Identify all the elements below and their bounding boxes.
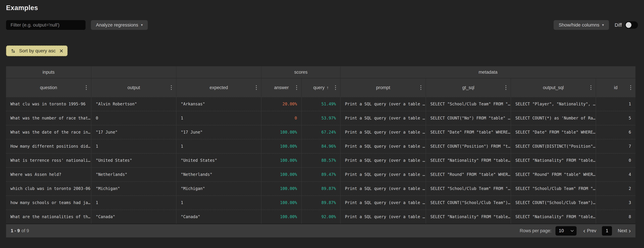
chevron-left-icon: ‹ — [583, 228, 585, 234]
cell-prompt: Print a SQL query (over a table … — [340, 111, 426, 125]
column-menu-icon[interactable] — [506, 85, 506, 90]
cell-gt-sql: SELECT "Nationality" FROM "table… — [426, 210, 511, 224]
cell-query-score: 89.87% — [301, 196, 340, 209]
cell-output-sql: SELECT "School/Club Team" FROM "… — [511, 182, 596, 195]
page-title: Examples — [6, 4, 644, 12]
cell-id: 2 — [596, 182, 636, 195]
cell-answer-score: 100.00% — [261, 154, 301, 167]
cell-answer-score: 0 — [261, 111, 301, 125]
column-header-question[interactable]: question — [6, 78, 91, 97]
column-header-output_sql[interactable]: output_sql — [511, 78, 596, 97]
diff-toggle[interactable] — [625, 21, 638, 29]
cell-question: What clu was in toronto 1995-96 — [6, 97, 91, 111]
show-hide-columns-button[interactable]: Show/hide columns ▾ — [554, 20, 609, 30]
cell-id: 7 — [596, 139, 636, 153]
cell-gt-sql: SELECT COUNT("School/Club Team")… — [426, 196, 511, 209]
table-row[interactable]: What was the date of the race in… "17 Ju… — [6, 125, 636, 139]
column-header-row: question output expected answer query ↑ — [6, 78, 636, 97]
cell-gt-sql: SELECT COUNT("Position") FROM "t… — [426, 139, 511, 153]
group-empty — [176, 66, 261, 78]
table-row[interactable]: What are the nationalities of th… "Canad… — [6, 209, 636, 224]
cell-output: "United States" — [91, 154, 176, 167]
filter-input[interactable] — [6, 20, 86, 30]
cell-id: 0 — [596, 154, 636, 167]
cell-expected: 1 — [176, 196, 261, 209]
cell-answer-score: 100.00% — [261, 196, 301, 209]
analyze-regressions-button[interactable]: Analyze regressions ▾ — [91, 20, 148, 30]
cell-gt-sql: SELECT "School/Club Team" FROM "… — [426, 97, 511, 111]
column-menu-icon[interactable] — [335, 85, 336, 90]
column-header-gt_sql[interactable]: gt_sql — [426, 78, 511, 97]
cell-prompt: Print a SQL query (over a table … — [340, 139, 426, 153]
toolbar-right: Show/hide columns ▾ Diff — [554, 20, 638, 30]
cell-output-sql: SELECT "Nationality" FROM "table… — [511, 154, 596, 167]
table-row[interactable]: What clu was in toronto 1995-96 "Alvin R… — [6, 97, 636, 111]
cell-prompt: Print a SQL query (over a table … — [340, 196, 426, 209]
column-menu-icon[interactable] — [86, 85, 87, 90]
table-row[interactable]: which club was in toronto 2003-06 "Michi… — [6, 181, 636, 195]
column-header-expected[interactable]: expected — [176, 78, 261, 97]
examples-page: Examples Analyze regressions ▾ Show/hide… — [0, 0, 644, 248]
group-metadata: metadata — [340, 66, 636, 78]
toggle-knob — [626, 22, 632, 28]
column-menu-icon[interactable] — [256, 85, 257, 90]
table-row[interactable]: What is terrence ross' nationali… "Unite… — [6, 153, 636, 167]
table-row[interactable]: What was the number of race that… 0 1 0 … — [6, 111, 636, 125]
prev-page-button[interactable]: ‹ Prev — [583, 228, 596, 234]
cell-output: "Michigan" — [91, 182, 176, 195]
column-header-prompt[interactable]: prompt — [340, 78, 426, 97]
next-page-button[interactable]: Next › — [618, 228, 631, 234]
cell-query-score: 53.97% — [301, 111, 340, 125]
cell-expected: "Netherlands" — [176, 168, 261, 181]
dropdown-caret-icon: ▾ — [141, 23, 143, 27]
column-menu-icon[interactable] — [296, 85, 297, 90]
column-header-id[interactable]: id — [596, 78, 636, 97]
column-header-output[interactable]: output — [91, 78, 176, 97]
cell-query-score: 92.00% — [301, 210, 340, 224]
cell-query-score: 88.57% — [301, 154, 340, 167]
cell-gt-sql: SELECT "Round" FROM "table" WHER… — [426, 168, 511, 181]
cell-answer-score: 20.00% — [261, 97, 301, 111]
column-menu-icon[interactable] — [171, 85, 172, 90]
sort-arrows-icon — [10, 48, 16, 54]
sort-chip[interactable]: Sort by query asc × — [6, 46, 68, 56]
cell-id: 1 — [596, 97, 636, 111]
cell-expected: "United States" — [176, 154, 261, 167]
table-row[interactable]: how many schools or teams had ja… 1 1 10… — [6, 195, 636, 209]
cell-id: 8 — [596, 210, 636, 224]
cell-output-sql: SELECT COUNT("School/Club Team")… — [511, 196, 596, 209]
cell-question: What is terrence ross' nationali… — [6, 154, 91, 167]
cell-query-score: 84.96% — [301, 139, 340, 153]
cell-output: 1 — [91, 196, 176, 209]
cell-id: 5 — [596, 111, 636, 125]
cell-prompt: Print a SQL query (over a table … — [340, 182, 426, 195]
cell-question: which club was in toronto 2003-06 — [6, 182, 91, 195]
pagination: Rows per page: 10 ‹ Prev Next › — [520, 226, 631, 235]
rows-per-page-select[interactable]: 10 — [556, 226, 576, 235]
table-row[interactable]: How many different positions did… 1 1 10… — [6, 139, 636, 153]
column-menu-icon[interactable] — [630, 85, 631, 90]
cell-prompt: Print a SQL query (over a table … — [340, 168, 426, 181]
cell-expected: "Arkansas" — [176, 97, 261, 111]
cell-question: What was the date of the race in… — [6, 125, 91, 139]
column-header-answer[interactable]: answer — [261, 78, 301, 97]
cell-answer-score: 100.00% — [261, 139, 301, 153]
cell-expected: 1 — [176, 111, 261, 125]
column-header-query[interactable]: query ↑ — [301, 78, 340, 97]
cell-expected: 1 — [176, 139, 261, 153]
close-icon[interactable]: × — [59, 48, 63, 54]
cell-answer-score: 100.00% — [261, 210, 301, 224]
page-number-input[interactable] — [602, 226, 612, 235]
cell-query-score: 89.87% — [301, 182, 340, 195]
table-row[interactable]: Where was Assen held? "Netherlands" "Net… — [6, 167, 636, 181]
column-menu-icon[interactable] — [590, 85, 591, 90]
sort-asc-icon: ↑ — [326, 85, 329, 90]
cell-output-sql: SELECT COUNT(*) as 'Number of Ra… — [511, 111, 596, 125]
cell-question: What are the nationalities of th… — [6, 210, 91, 224]
cell-query-score: 89.47% — [301, 168, 340, 181]
cell-query-score: 67.24% — [301, 125, 340, 139]
column-menu-icon[interactable] — [420, 85, 421, 90]
cell-answer-score: 100.00% — [261, 168, 301, 181]
cell-answer-score: 100.00% — [261, 125, 301, 139]
dropdown-caret-icon: ▾ — [602, 23, 604, 27]
